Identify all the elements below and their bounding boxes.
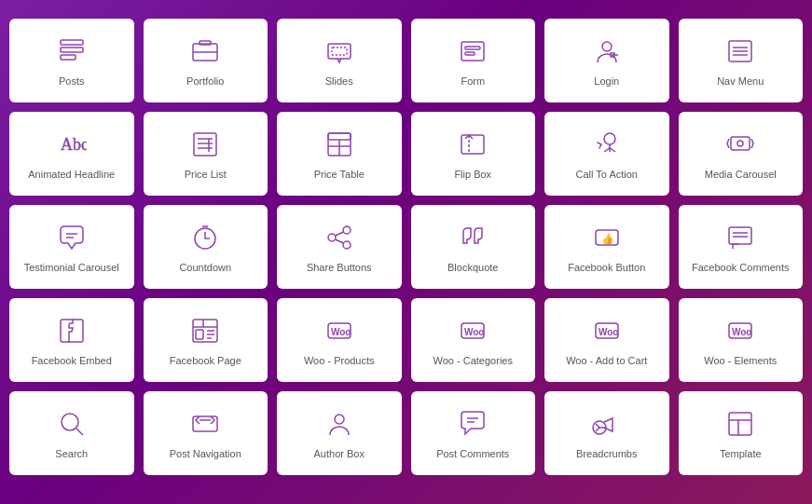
svg-point-37	[328, 234, 336, 241]
call-to-action-icon	[592, 128, 622, 161]
widget-card-media-carousel[interactable]: Media Carousel	[679, 112, 804, 196]
svg-text:Woo: Woo	[464, 327, 484, 337]
svg-rect-1	[61, 48, 83, 52]
woo-add-to-cart-label: Woo - Add to Cart	[566, 354, 647, 367]
facebook-embed-label: Facebook Embed	[32, 354, 112, 367]
login-label: Login	[594, 75, 619, 88]
author-box-label: Author Box	[314, 447, 365, 460]
woo-products-label: Woo - Products	[304, 354, 375, 367]
facebook-button-label: Facebook Button	[568, 261, 645, 274]
svg-text:Abc: Abc	[61, 135, 87, 154]
widget-card-woo-products[interactable]: WooWoo - Products	[277, 298, 402, 382]
portfolio-icon	[190, 34, 220, 68]
flip-box-label: Flip Box	[454, 168, 491, 181]
post-navigation-label: Post Navigation	[170, 447, 241, 460]
svg-rect-18	[194, 133, 216, 156]
price-list-label: Price List	[185, 168, 227, 181]
countdown-label: Countdown	[179, 261, 231, 274]
widget-card-author-box[interactable]: Author Box	[277, 391, 402, 475]
widget-card-slides[interactable]: Slides	[277, 19, 402, 102]
svg-point-62	[62, 414, 78, 430]
woo-elements-icon: Woo	[725, 314, 755, 347]
svg-point-31	[737, 141, 743, 146]
widget-card-login[interactable]: Login	[544, 19, 669, 102]
svg-rect-0	[61, 40, 83, 45]
widget-card-breadcrumbs[interactable]: Breadcrumbs	[544, 391, 669, 475]
facebook-page-label: Facebook Page	[170, 354, 241, 367]
post-navigation-icon	[190, 407, 220, 441]
price-table-icon	[324, 128, 354, 161]
widget-card-posts[interactable]: Posts	[9, 19, 134, 102]
svg-rect-24	[328, 133, 351, 140]
template-icon	[725, 407, 755, 441]
widget-card-form[interactable]: Form	[411, 19, 536, 102]
widget-card-post-navigation[interactable]: Post Navigation	[144, 391, 268, 475]
woo-products-icon: Woo	[324, 314, 354, 347]
post-comments-icon	[458, 407, 488, 441]
posts-label: Posts	[59, 75, 85, 88]
price-table-label: Price Table	[314, 168, 365, 181]
facebook-embed-icon	[57, 314, 87, 347]
nav-menu-label: Nav Menu	[717, 75, 764, 88]
woo-categories-label: Woo - Categories	[434, 354, 513, 367]
widget-card-price-table[interactable]: Price Table	[277, 112, 402, 196]
svg-rect-2	[61, 55, 76, 60]
animated-headline-icon: Abc	[57, 128, 87, 161]
widget-card-countdown[interactable]: Countdown	[144, 205, 268, 289]
widget-card-search[interactable]: Search	[9, 391, 134, 475]
widget-card-facebook-page[interactable]: Facebook Page	[144, 298, 268, 382]
svg-rect-10	[465, 52, 475, 55]
author-box-icon	[324, 407, 354, 441]
svg-text:Woo: Woo	[732, 327, 751, 337]
facebook-comments-icon	[725, 221, 755, 254]
widget-card-woo-add-to-cart[interactable]: WooWoo - Add to Cart	[544, 298, 669, 382]
svg-rect-50	[196, 330, 203, 339]
svg-point-28	[604, 133, 615, 144]
widget-card-woo-elements[interactable]: WooWoo - Elements	[679, 298, 804, 382]
widget-card-post-comments[interactable]: Post Comments	[411, 391, 536, 475]
form-label: Form	[461, 75, 485, 88]
widget-card-template[interactable]: Template	[679, 391, 804, 475]
widgets-grid: PostsPortfolioSlidesFormLoginNav MenuAbc…	[9, 19, 803, 475]
media-carousel-label: Media Carousel	[705, 168, 777, 181]
svg-rect-7	[332, 48, 347, 55]
share-buttons-icon	[324, 221, 354, 254]
share-buttons-label: Share Buttons	[307, 261, 372, 274]
widget-card-flip-box[interactable]: Flip Box	[411, 112, 536, 196]
svg-line-40	[335, 239, 343, 243]
search-label: Search	[55, 447, 88, 460]
svg-line-63	[76, 429, 83, 435]
facebook-button-icon: 👍	[592, 221, 622, 254]
svg-rect-43	[729, 227, 751, 244]
widget-card-facebook-comments[interactable]: Facebook Comments	[679, 205, 804, 289]
widget-card-call-to-action[interactable]: Call To Action	[544, 112, 669, 196]
svg-line-39	[335, 232, 343, 236]
facebook-comments-label: Facebook Comments	[692, 261, 790, 274]
widget-card-facebook-embed[interactable]: Facebook Embed	[9, 298, 134, 382]
widget-card-price-list[interactable]: Price List	[144, 112, 268, 196]
widget-card-animated-headline[interactable]: AbcAnimated Headline	[9, 112, 134, 196]
svg-point-11	[602, 42, 612, 51]
widget-card-portfolio[interactable]: Portfolio	[144, 19, 268, 102]
testimonial-carousel-icon	[57, 221, 87, 254]
svg-rect-8	[461, 42, 484, 61]
svg-rect-71	[729, 413, 751, 435]
template-label: Template	[720, 447, 762, 460]
testimonial-carousel-label: Testimonial Carousel	[24, 261, 119, 274]
woo-categories-icon: Woo	[458, 314, 488, 347]
widget-card-nav-menu[interactable]: Nav Menu	[679, 19, 804, 102]
widget-card-facebook-button[interactable]: 👍Facebook Button	[544, 205, 669, 289]
post-comments-label: Post Comments	[436, 447, 509, 460]
price-list-icon	[190, 128, 220, 161]
svg-rect-9	[465, 47, 480, 49]
breadcrumbs-label: Breadcrumbs	[576, 447, 637, 460]
widget-card-testimonial-carousel[interactable]: Testimonial Carousel	[9, 205, 134, 289]
widget-card-blockquote[interactable]: Blockquote	[411, 205, 536, 289]
form-icon	[458, 34, 488, 68]
widget-card-woo-categories[interactable]: WooWoo - Categories	[411, 298, 536, 382]
svg-point-36	[343, 226, 351, 234]
search-icon	[57, 407, 87, 441]
woo-add-to-cart-icon: Woo	[592, 314, 622, 347]
blockquote-label: Blockquote	[447, 261, 498, 274]
widget-card-share-buttons[interactable]: Share Buttons	[277, 205, 402, 289]
